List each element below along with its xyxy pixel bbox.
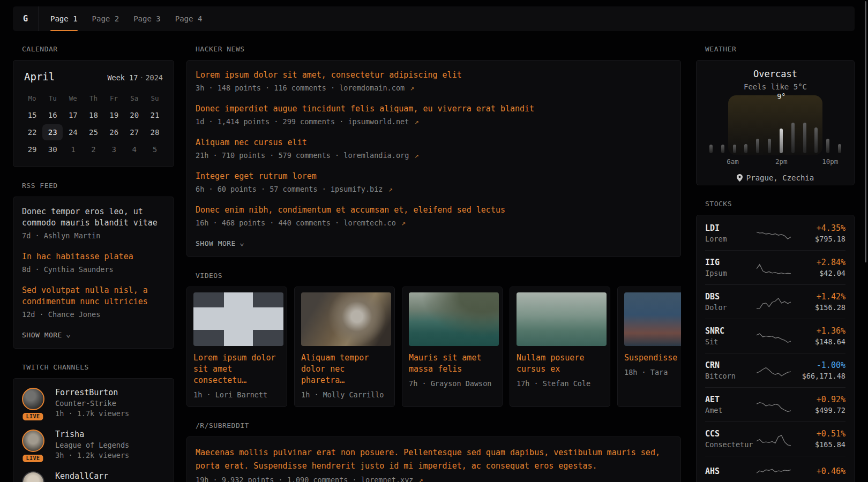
calendar-month: April <box>24 71 55 82</box>
calendar-day: 3 <box>104 141 124 157</box>
rss-section: RSS FEED Donec tempor eros leo, ut commo… <box>13 182 174 349</box>
hackernews-item-title[interactable]: Aliquam nec cursus elit <box>196 137 672 148</box>
hackernews-item-meta: 6h · 60 points · 57 comments · ipsumify.… <box>196 184 672 194</box>
weather-time-label: 10pm <box>822 157 838 165</box>
video-title[interactable]: Suspendisse diam <box>624 352 681 364</box>
stock-symbol: AET <box>705 395 757 404</box>
stock-sparkline <box>757 328 794 344</box>
app-logo[interactable]: G <box>13 6 38 31</box>
stock-symbol: CRN <box>705 360 757 370</box>
stocks-label: STOCKS <box>696 200 855 208</box>
hackernews-section: HACKER NEWS Lorem ipsum dolor sit amet, … <box>186 45 681 257</box>
weather-current-temp: 9° <box>777 92 785 101</box>
external-link-icon: ↗ <box>413 476 423 482</box>
video-meta: 1h · Lori Barnett <box>193 390 280 399</box>
hackernews-item-domain-link[interactable]: ipsumworld.net <box>348 117 409 126</box>
weather-hourly-chart: 9° <box>708 102 842 153</box>
video-card[interactable]: Aliquam tempor dolor nec pharetra…1h · M… <box>294 287 395 407</box>
sparkline-chart <box>757 397 791 413</box>
weather-bar <box>780 129 783 153</box>
hackernews-item-title[interactable]: Donec enim nibh, condimentum et accumsan… <box>196 205 672 216</box>
nav-tab-page-4[interactable]: Page 4 <box>175 6 203 31</box>
hackernews-item-meta: 16h · 468 points · 440 comments · loremt… <box>196 218 672 228</box>
video-card[interactable]: Suspendisse diam18h · Tara <box>617 287 681 407</box>
stock-sparkline <box>757 397 794 413</box>
stock-name: Consectetur <box>705 440 757 449</box>
twitch-channel-row[interactable]: LIVETrishaLeague of Legends3h · 1.2k vie… <box>22 430 165 460</box>
hackernews-show-more-button[interactable]: SHOW MORE ⌄ <box>196 239 244 247</box>
video-title[interactable]: Aliquam tempor dolor nec pharetra… <box>301 352 388 386</box>
weather-bar <box>756 139 759 153</box>
calendar-weekday: Su <box>145 90 165 106</box>
nav-tab-page-3[interactable]: Page 3 <box>133 6 161 31</box>
weather-bar <box>721 145 724 153</box>
hackernews-item-meta: 21h · 710 points · 579 comments · loreml… <box>196 150 672 161</box>
chevron-down-icon: ⌄ <box>66 332 71 337</box>
stock-change: +0.92% <box>794 395 845 404</box>
stock-row[interactable]: AHS+0.46% <box>705 456 845 482</box>
hackernews-item-title[interactable]: Lorem ipsum dolor sit amet, consectetur … <box>196 70 672 81</box>
twitch-channel-name[interactable]: KendallCarr <box>55 471 108 481</box>
calendar-week-number: Week 17 <box>107 73 138 82</box>
subreddit-post-title[interactable]: Maecenas mollis pulvinar erat non posuer… <box>196 446 672 473</box>
calendar-weekday: Tu <box>42 90 63 106</box>
stock-sparkline <box>757 363 794 379</box>
hackernews-item: Donec enim nibh, condimentum et accumsan… <box>196 205 672 228</box>
stock-row[interactable]: SNRCSit+1.36%$148.64 <box>705 319 845 353</box>
stock-price: $66,171.48 <box>794 372 845 380</box>
videos-row: Lorem ipsum dolor sit amet consectetu…1h… <box>186 287 681 407</box>
calendar-day: 5 <box>145 141 165 157</box>
video-card[interactable]: Nullam posuere cursus ex17h · Stefan Col… <box>510 287 610 407</box>
stock-sparkline <box>757 463 794 479</box>
weather-time-label: 2pm <box>775 157 788 165</box>
twitch-channel-name[interactable]: ForrestBurton <box>55 388 129 397</box>
video-title[interactable]: Nullam posuere cursus ex <box>517 352 603 375</box>
weather-bar <box>791 123 795 153</box>
video-card[interactable]: Lorem ipsum dolor sit amet consectetu…1h… <box>186 287 287 407</box>
stock-row[interactable]: CRNBitcorn-1.00%$66,171.48 <box>705 353 845 388</box>
hackernews-item-domain-link[interactable]: loremtech.co <box>343 219 396 227</box>
stock-row[interactable]: CCSConsectetur+0.51%$165.84 <box>705 422 845 456</box>
rss-show-more-button[interactable]: SHOW MORE ⌄ <box>22 331 71 339</box>
subreddit-post-domain-link[interactable]: loremnet.xyz <box>361 476 414 482</box>
hackernews-item-domain-link[interactable]: loremdomain.com <box>339 84 405 92</box>
stock-change: +2.84% <box>794 258 845 267</box>
calendar-year: 2024 <box>145 73 163 82</box>
stock-name: Dolor <box>705 303 757 312</box>
stock-row[interactable]: IIGIpsum+2.84%$42.04 <box>705 251 845 285</box>
twitch-avatar-wrap <box>22 471 47 482</box>
rss-item-title[interactable]: In hac habitasse platea <box>22 251 165 262</box>
video-meta: 18h · Tara <box>624 368 681 376</box>
calendar-day: 25 <box>83 124 103 140</box>
twitch-avatar-wrap: LIVE <box>22 430 47 460</box>
stock-name: Lorem <box>705 235 757 243</box>
twitch-channel-row[interactable]: KendallCarr <box>22 471 165 482</box>
hackernews-item-domain-link[interactable]: loremlandia.org <box>343 151 409 160</box>
video-thumbnail <box>624 292 681 346</box>
video-card[interactable]: Mauris sit amet massa felis7h · Grayson … <box>402 287 503 407</box>
stock-row[interactable]: DBSDolor+1.42%$156.28 <box>705 285 845 319</box>
stock-row[interactable]: LDILorem+4.35%$795.18 <box>705 216 845 251</box>
page-scrollbar[interactable] <box>865 1 866 262</box>
hackernews-item-title[interactable]: Integer eget rutrum lorem <box>196 171 672 182</box>
hackernews-item-meta: 3h · 148 points · 116 comments · loremdo… <box>196 83 672 93</box>
calendar-day: 24 <box>63 124 83 140</box>
stock-identity: LDILorem <box>705 223 757 243</box>
video-title[interactable]: Mauris sit amet massa felis <box>409 352 496 375</box>
nav-tab-page-1[interactable]: Page 1 <box>50 6 78 31</box>
stock-price: $148.64 <box>794 337 845 346</box>
stock-price: $795.18 <box>794 235 845 243</box>
hackernews-item-domain-link[interactable]: ipsumify.biz <box>331 185 383 193</box>
stock-row[interactable]: AETAmet+0.92%$499.72 <box>705 388 845 422</box>
stock-sparkline <box>757 260 794 276</box>
nav-tab-page-2[interactable]: Page 2 <box>92 6 119 31</box>
twitch-channel-name[interactable]: Trisha <box>55 430 129 439</box>
videos-label: VIDEOS <box>186 272 681 280</box>
twitch-channel-row[interactable]: LIVEForrestBurtonCounter-Strike1h · 1.7k… <box>22 388 165 418</box>
rss-item-title[interactable]: Donec tempor eros leo, ut commodo mauris… <box>22 206 165 229</box>
stock-sparkline <box>757 225 794 242</box>
rss-item-title[interactable]: Sed volutpat nulla nisl, a condimentum n… <box>22 285 165 307</box>
video-title[interactable]: Lorem ipsum dolor sit amet consectetu… <box>193 352 280 386</box>
calendar-grid: MoTuWeThFrSaSu15161718192021222324252627… <box>22 90 165 157</box>
hackernews-item-title[interactable]: Donec imperdiet augue tincidunt felis al… <box>196 103 672 115</box>
